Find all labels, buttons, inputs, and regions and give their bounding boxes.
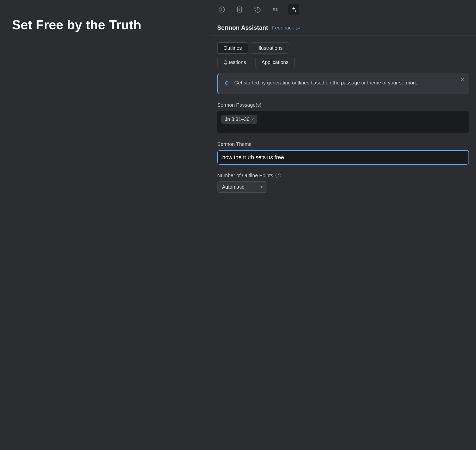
help-icon[interactable]: ? bbox=[276, 173, 281, 178]
tip-text: Get started by generating outlines based… bbox=[234, 79, 417, 86]
feedback-link[interactable]: Feedback bbox=[272, 25, 300, 31]
outline-points-label: Number of Outline Points bbox=[217, 173, 273, 178]
svg-rect-3 bbox=[238, 7, 241, 12]
tip-box: Get started by generating outlines based… bbox=[217, 73, 469, 94]
passage-tag-text: Jn 8:31–36 bbox=[225, 116, 250, 122]
info-icon[interactable] bbox=[216, 4, 227, 15]
tab-applications[interactable]: Applications bbox=[255, 57, 295, 68]
left-panel: Set Free by the Truth bbox=[0, 0, 210, 450]
tab-outlines[interactable]: Outlines bbox=[217, 42, 248, 54]
tabs-row-1: Outlines Illustrations bbox=[217, 42, 469, 54]
tip-bulb-icon bbox=[223, 79, 230, 88]
outline-points-row: Number of Outline Points ? bbox=[217, 173, 469, 178]
tip-close-button[interactable]: ✕ bbox=[460, 77, 465, 82]
sermon-theme-input[interactable] bbox=[217, 150, 469, 165]
panel-title: Sermon Assistant bbox=[217, 24, 268, 31]
sermon-theme-label: Sermon Theme bbox=[217, 141, 469, 147]
feedback-label: Feedback bbox=[272, 25, 294, 31]
quote-icon[interactable] bbox=[270, 4, 281, 15]
tab-questions[interactable]: Questions bbox=[217, 57, 252, 68]
svg-point-7 bbox=[225, 81, 228, 84]
svg-line-15 bbox=[228, 81, 229, 81]
feedback-icon bbox=[296, 25, 300, 30]
svg-line-10 bbox=[224, 81, 225, 81]
outline-points-dropdown[interactable]: Automatic ▾ bbox=[217, 181, 267, 193]
panel-header: Sermon Assistant Feedback bbox=[210, 19, 476, 35]
passage-input-box[interactable]: Jn 8:31–36 × bbox=[217, 111, 469, 133]
toolbar bbox=[210, 0, 476, 19]
assistant-icon[interactable] bbox=[288, 4, 299, 15]
passage-tag-close-button[interactable]: × bbox=[252, 117, 254, 122]
tab-illustrations[interactable]: Illustrations bbox=[251, 42, 289, 54]
notes-icon[interactable] bbox=[234, 4, 245, 15]
page-title: Set Free by the Truth bbox=[12, 17, 198, 32]
svg-line-14 bbox=[224, 85, 225, 85]
dropdown-value: Automatic bbox=[222, 184, 244, 190]
history-icon[interactable] bbox=[252, 4, 263, 15]
passage-tag: Jn 8:31–36 × bbox=[221, 115, 257, 124]
svg-line-11 bbox=[228, 85, 229, 85]
tabs-row-2: Questions Applications bbox=[217, 57, 469, 68]
sermon-passage-label: Sermon Passage(s) bbox=[217, 102, 469, 108]
chevron-down-icon: ▾ bbox=[260, 185, 262, 189]
right-panel: Sermon Assistant Feedback Outlines Illus… bbox=[210, 0, 476, 450]
panel-content: Outlines Illustrations Questions Applica… bbox=[210, 35, 476, 450]
